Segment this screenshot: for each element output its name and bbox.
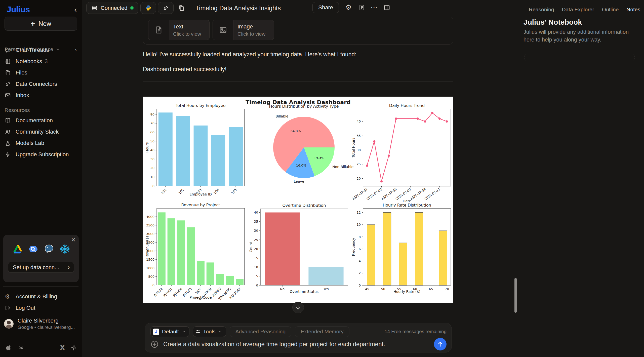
svg-text:3500: 3500: [146, 223, 154, 227]
composer: J Default Tools Advanced Reasoning Exten…: [145, 323, 452, 352]
svg-text:40: 40: [150, 148, 154, 152]
copy-icon[interactable]: [178, 4, 185, 12]
sidebar-item-community-slack[interactable]: Community Slack: [0, 126, 82, 137]
chevron-down-icon: [182, 330, 186, 334]
svg-text:Hours Distribution by Activity: Hours Distribution by Activity Type: [269, 104, 339, 109]
svg-text:35: 35: [356, 134, 361, 138]
svg-text:Revenue ($): Revenue ($): [145, 236, 149, 257]
users-icon: [5, 129, 11, 135]
svg-text:105: 105: [230, 188, 237, 195]
svg-text:8: 8: [359, 235, 361, 239]
android-icon[interactable]: [18, 344, 25, 351]
sidebar-nav: Chat Threads›Notebooks3FilesData Connect…: [0, 44, 82, 101]
sidebar-item-label: Inbox: [16, 92, 29, 99]
svg-text:Leave: Leave: [294, 179, 304, 183]
messages-remaining-label: 14 Free messages remaining: [353, 329, 447, 334]
close-icon[interactable]: ✕: [71, 237, 76, 243]
bigquery-icon: [27, 243, 39, 255]
send-button[interactable]: [434, 338, 447, 350]
attach-file-button[interactable]: [150, 340, 159, 348]
svg-text:3000: 3000: [146, 232, 154, 236]
svg-text:Revenue by Project: Revenue by Project: [181, 203, 220, 207]
tools-selector[interactable]: Tools: [193, 326, 226, 337]
setup-button-label: Set up data conn...: [13, 264, 59, 271]
sidebar-item-documentation[interactable]: Documentation: [0, 115, 82, 126]
sidebar-item-models-lab[interactable]: Models Lab: [0, 137, 82, 149]
svg-text:0: 0: [152, 184, 154, 188]
x-twitter-icon[interactable]: 𝗫: [60, 344, 65, 352]
share-button[interactable]: Share: [312, 2, 339, 13]
svg-text:25: 25: [356, 162, 361, 166]
tab-notes[interactable]: Notes: [626, 7, 640, 13]
connected-button[interactable]: Connected: [86, 2, 138, 14]
sidebar-item-label: Files: [16, 69, 27, 76]
svg-text:104: 104: [213, 188, 220, 195]
svg-text:500: 500: [148, 275, 154, 279]
svg-text:6: 6: [359, 247, 361, 251]
attachment-subtitle: Click to view: [237, 31, 265, 37]
svg-text:PJT002: PJT002: [153, 287, 163, 298]
svg-text:Date: Date: [403, 199, 411, 203]
sidebar-item-notebooks[interactable]: Notebooks3: [0, 56, 82, 67]
snowflake-icon: [59, 243, 71, 255]
new-button[interactable]: + New: [5, 17, 77, 31]
advanced-reasoning-toggle[interactable]: Advanced Reasoning: [230, 326, 292, 337]
sidebar-item-label: Chat Threads: [16, 47, 49, 53]
svg-text:102: 102: [178, 188, 185, 195]
postgresql-icon: [43, 243, 55, 255]
profile-detail: Google • claire.silverberg...: [18, 324, 75, 330]
svg-text:2025-07-05: 2025-07-05: [380, 187, 397, 201]
sidebar-item-files[interactable]: Files: [0, 67, 82, 78]
svg-text:1500: 1500: [146, 258, 154, 261]
message-input[interactable]: Create a data visualization of average t…: [163, 341, 429, 348]
tools-label: Tools: [203, 329, 216, 335]
scroll-to-bottom-button[interactable]: [292, 302, 304, 313]
sidebar-item-label: Documentation: [16, 117, 53, 124]
apple-icon[interactable]: [6, 344, 12, 351]
notebook-journal-icon[interactable]: [358, 4, 366, 11]
gear-icon[interactable]: ⚙: [345, 4, 353, 11]
notebook-panel: ReasoningData ExplorerOutlineNotes Juliu…: [519, 0, 644, 357]
notebook-empty-field[interactable]: [524, 54, 635, 61]
connectors-button[interactable]: [158, 2, 174, 14]
sidebar-item-label: Community Slack: [16, 129, 59, 135]
tab-reasoning[interactable]: Reasoning: [529, 7, 554, 13]
sidebar-item-inbox[interactable]: Inbox: [0, 90, 82, 101]
svg-text:70: 70: [445, 287, 449, 291]
svg-text:30: 30: [254, 229, 258, 232]
extended-memory-toggle[interactable]: Extended Memory: [295, 326, 349, 337]
python-env-button[interactable]: [140, 2, 156, 14]
svg-text:5: 5: [256, 274, 258, 278]
chevron-right-icon: ›: [68, 264, 70, 271]
panel-toggle-icon[interactable]: [383, 4, 391, 11]
divider: [524, 48, 635, 48]
model-selector[interactable]: J Default: [150, 326, 189, 337]
sidebar-collapse-icon[interactable]: ‹: [74, 6, 77, 13]
connected-label: Connected: [101, 5, 127, 11]
tab-outline[interactable]: Outline: [602, 7, 619, 13]
setup-data-connectors-button[interactable]: Set up data conn... ›: [8, 262, 74, 273]
slack-icon[interactable]: [70, 344, 77, 351]
sidebar-item-upgrade-subscription[interactable]: Upgrade Subscription: [0, 149, 82, 160]
attachment-card-image[interactable]: ImageClick to view: [213, 20, 274, 40]
user-profile[interactable]: Claire Silverberg Google • claire.silver…: [4, 315, 79, 332]
sidebar-item-chat-threads[interactable]: Chat Threads›: [0, 44, 82, 56]
attachment-card-text[interactable]: TextClick to view: [148, 20, 210, 40]
svg-text:12: 12: [356, 211, 361, 214]
svg-text:2025-07-09: 2025-07-09: [409, 187, 426, 201]
attachment-subtitle: Click to view: [173, 31, 201, 37]
count-badge: 3: [45, 58, 48, 65]
svg-text:35: 35: [254, 220, 258, 223]
notebook-icon: [5, 58, 11, 65]
svg-text:Frequency: Frequency: [351, 238, 355, 256]
dashboard-image[interactable]: Timelog Data Analysis Dashboard010203040…: [143, 97, 453, 303]
tab-data-explorer[interactable]: Data Explorer: [562, 7, 594, 13]
scrollbar-thumb[interactable]: [514, 278, 517, 313]
sidebar-item-log-out[interactable]: Log Out: [0, 302, 82, 313]
more-options-icon[interactable]: ⋯: [371, 5, 378, 10]
sidebar-item-account-billing[interactable]: ⚙Account & Billing: [0, 291, 82, 302]
svg-text:Overtime Distribution: Overtime Distribution: [282, 203, 326, 208]
sidebar-item-data-connectors[interactable]: Data Connectors: [0, 78, 82, 90]
svg-text:10: 10: [356, 223, 361, 226]
new-button-label: New: [38, 20, 51, 27]
